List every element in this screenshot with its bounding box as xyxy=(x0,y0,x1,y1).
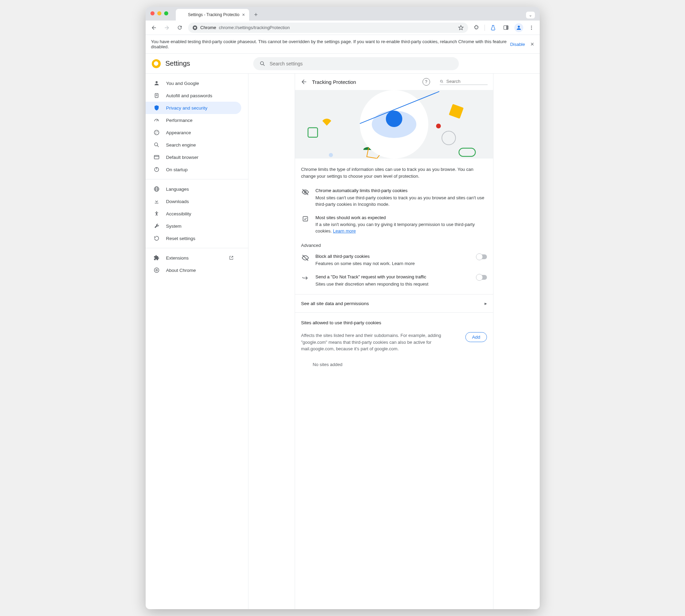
banner-disable-link[interactable]: Disable xyxy=(510,42,525,47)
titlebar: Settings - Tracking Protectio × + ⌄ xyxy=(146,7,540,21)
svg-point-19 xyxy=(155,143,158,146)
checkbox-icon xyxy=(301,215,309,235)
hero-illustration xyxy=(295,90,493,159)
address-bar[interactable]: Chrome chrome://settings/trackingProtect… xyxy=(188,23,468,33)
learn-more-link[interactable]: Learn more xyxy=(392,261,415,266)
accessibility-icon xyxy=(153,211,160,217)
svg-point-5 xyxy=(531,26,532,27)
chrome-icon xyxy=(192,25,198,30)
panel-search[interactable] xyxy=(440,79,488,85)
help-icon[interactable]: ? xyxy=(423,78,430,86)
url-scheme-label: Chrome xyxy=(200,25,216,30)
sidebar-item-autofill[interactable]: Autofill and passwords xyxy=(146,89,241,102)
svg-rect-40 xyxy=(449,104,463,118)
sidebar-item-downloads[interactable]: Downloads xyxy=(146,195,241,208)
browser-window: Settings - Tracking Protectio × + ⌄ Chro… xyxy=(146,7,540,609)
no-sites-text: No sites added xyxy=(295,356,493,373)
toolbar: Chrome chrome://settings/trackingProtect… xyxy=(146,21,540,35)
sidebar-item-accessibility[interactable]: Accessibility xyxy=(146,208,241,220)
sidebar-item-appearance[interactable]: Appearance xyxy=(146,126,241,139)
sidebar-item-label: Extensions xyxy=(166,255,189,261)
settings-main: Tracking Protection ? xyxy=(248,74,540,609)
separator xyxy=(485,25,485,31)
svg-rect-33 xyxy=(308,128,317,137)
banner-close-button[interactable]: × xyxy=(530,41,534,48)
sidebar-item-label: Reset settings xyxy=(166,236,196,241)
sidebar-item-system[interactable]: System xyxy=(146,220,241,232)
settings-header: Settings xyxy=(146,54,540,74)
palette-icon xyxy=(153,129,160,136)
url-text: chrome://settings/trackingProtection xyxy=(219,25,290,30)
bookmark-star-icon[interactable] xyxy=(458,25,464,31)
menu-button[interactable] xyxy=(527,23,536,33)
browser-tab[interactable]: Settings - Tracking Protectio × xyxy=(176,9,249,21)
svg-rect-41 xyxy=(459,148,475,156)
close-window-button[interactable] xyxy=(150,11,155,15)
person-icon xyxy=(153,80,160,86)
maximize-window-button[interactable] xyxy=(164,11,168,15)
reload-button[interactable] xyxy=(175,23,185,33)
sidebar-item-about[interactable]: About Chrome xyxy=(146,264,241,276)
settings-body: You and Google Autofill and passwords Pr… xyxy=(146,74,540,609)
sidebar-item-label: About Chrome xyxy=(166,268,196,273)
sidebar-item-label: Accessibility xyxy=(166,211,192,216)
sidebar-item-on-startup[interactable]: On startup xyxy=(146,163,241,176)
sidebar-item-you-and-google[interactable]: You and Google xyxy=(146,77,241,89)
eye-off-icon xyxy=(301,188,309,208)
see-all-site-data-row[interactable]: See all site data and permissions ▸ xyxy=(295,294,493,313)
info-banner: You have enabled testing third-party coo… xyxy=(146,35,540,54)
extensions-icon[interactable] xyxy=(472,23,481,33)
gear-icon xyxy=(180,12,185,17)
learn-more-link[interactable]: Learn more xyxy=(333,228,356,234)
puzzle-icon xyxy=(153,255,160,261)
svg-point-16 xyxy=(155,131,156,132)
reset-icon xyxy=(153,235,160,241)
info-text: Chrome automatically limits third-party … xyxy=(316,188,487,208)
svg-line-32 xyxy=(442,82,443,83)
profile-avatar[interactable] xyxy=(514,23,523,32)
sidebar-item-label: System xyxy=(166,224,182,229)
new-tab-button[interactable]: + xyxy=(251,10,261,20)
svg-point-8 xyxy=(260,62,264,65)
sidebar-item-label: Autofill and passwords xyxy=(166,93,212,98)
svg-point-34 xyxy=(329,153,333,157)
sidebar-item-languages[interactable]: Languages xyxy=(146,183,241,195)
toggle-body: Features on some sites may not work. xyxy=(316,261,392,266)
svg-point-31 xyxy=(440,80,442,82)
sidebar-item-performance[interactable]: Performance xyxy=(146,114,241,126)
sidebar-item-reset[interactable]: Reset settings xyxy=(146,232,241,244)
sidebar-item-search-engine[interactable]: Search engine xyxy=(146,139,241,151)
panel-icon[interactable] xyxy=(501,23,511,33)
sidebar-item-default-browser[interactable]: Default browser xyxy=(146,151,241,163)
sidebar-item-label: You and Google xyxy=(166,81,199,86)
toggle-title: Send a "Do Not Track" request with your … xyxy=(316,274,470,280)
add-site-button[interactable]: Add xyxy=(465,332,487,342)
back-button[interactable] xyxy=(149,23,159,33)
svg-line-20 xyxy=(157,146,159,147)
settings-search[interactable] xyxy=(253,57,459,70)
info-text: Most sites should work as expected If a … xyxy=(316,215,487,235)
sidebar-item-privacy[interactable]: Privacy and security xyxy=(146,102,241,114)
advanced-section-label: Advanced xyxy=(295,238,493,250)
tabs-dropdown-button[interactable]: ⌄ xyxy=(526,12,535,18)
forward-button[interactable] xyxy=(162,23,172,33)
speedometer-icon xyxy=(153,117,160,123)
close-tab-button[interactable]: × xyxy=(242,12,245,17)
svg-rect-21 xyxy=(154,155,159,159)
window-controls xyxy=(150,11,168,15)
labs-icon[interactable] xyxy=(488,23,498,33)
info-body: Most sites can't use third-party cookies… xyxy=(316,195,487,208)
panel-search-input[interactable] xyxy=(447,79,488,84)
settings-search-input[interactable] xyxy=(270,61,453,66)
panel-back-button[interactable] xyxy=(301,78,307,85)
svg-point-4 xyxy=(518,26,520,28)
sidebar-item-extensions[interactable]: Extensions xyxy=(146,252,241,264)
dnt-toggle[interactable] xyxy=(477,275,487,280)
toggle-text: Block all third-party cookies Features o… xyxy=(316,253,470,267)
sidebar-item-label: Default browser xyxy=(166,155,199,160)
chrome-icon xyxy=(153,267,160,273)
minimize-window-button[interactable] xyxy=(157,11,161,15)
block-cookies-toggle[interactable] xyxy=(477,254,487,259)
svg-point-17 xyxy=(157,131,158,132)
sidebar-divider xyxy=(146,248,248,248)
